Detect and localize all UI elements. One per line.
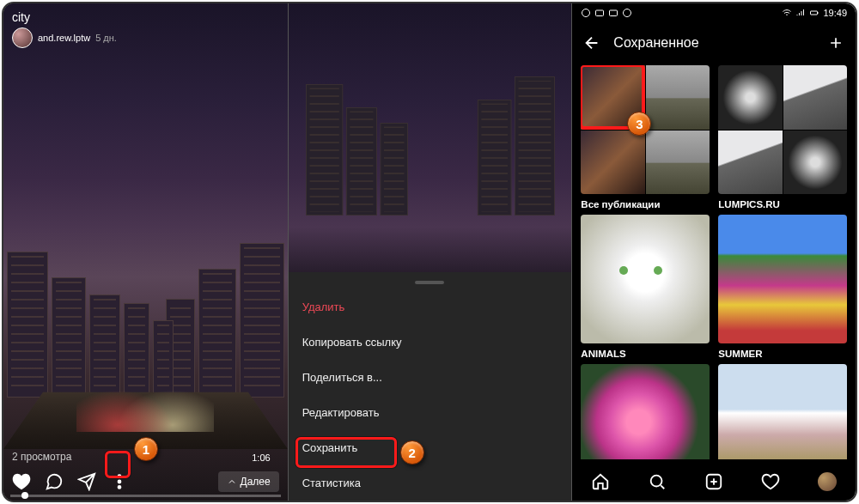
tab-search-icon[interactable] <box>648 472 667 491</box>
car-lights <box>76 363 214 432</box>
panel-igtv-post: city and.rew.lptw 5 дн. 2 просмотра 1:06… <box>3 3 288 501</box>
svg-point-1 <box>119 481 121 483</box>
status-icon-tv <box>594 8 605 18</box>
add-collection-icon[interactable] <box>826 33 845 52</box>
collection-label-all: Все публикации <box>581 199 710 209</box>
highlight-box-save <box>295 437 397 468</box>
tab-activity-icon[interactable] <box>761 472 780 491</box>
menu-copy-link[interactable]: Копировать ссылку <box>289 325 572 360</box>
author-username: and.rew.lptw <box>38 33 90 43</box>
status-time: 19:49 <box>823 8 847 18</box>
saved-header: Сохраненное <box>572 24 856 62</box>
svg-point-8 <box>651 476 662 487</box>
next-label: Далее <box>241 476 271 488</box>
collections-grid: 3 Все публикации LUMPICS.RU <box>581 65 847 459</box>
post-age: 5 дн. <box>95 33 117 43</box>
sheet-handle[interactable] <box>415 281 444 284</box>
tab-profile-avatar[interactable] <box>818 472 837 491</box>
svg-point-6 <box>624 9 631 17</box>
callout-2: 2 <box>400 440 424 465</box>
post-title: city <box>12 10 30 24</box>
menu-stats[interactable]: Статистика <box>289 465 572 501</box>
thumb-grey-b <box>646 131 710 195</box>
bottom-tab-bar <box>572 463 856 501</box>
collection-lumpics[interactable]: LUMPICS.RU <box>718 65 847 209</box>
svg-point-2 <box>119 486 121 489</box>
video-timecode: 1:06 <box>252 452 270 463</box>
status-icon-circle <box>581 8 591 18</box>
collection-all-posts[interactable]: 3 Все публикации <box>581 65 710 209</box>
thumb-tower-b <box>718 131 783 195</box>
panel-action-sheet: Удалить Копировать ссылку Поделиться в..… <box>288 3 572 501</box>
thumb-bw <box>718 65 783 130</box>
thumb-grey <box>646 65 710 130</box>
collection-summer[interactable]: SUMMER <box>718 215 847 359</box>
back-icon[interactable] <box>582 33 601 52</box>
menu-delete[interactable]: Удалить <box>289 289 572 325</box>
svg-rect-4 <box>596 10 604 16</box>
saved-title: Сохраненное <box>613 35 814 51</box>
video-progress-track[interactable] <box>10 495 281 497</box>
signal-icon <box>795 8 806 18</box>
highlight-box-more <box>105 451 131 478</box>
post-author-row[interactable]: and.rew.lptw 5 дн. <box>12 27 117 48</box>
share-icon[interactable] <box>77 472 96 491</box>
thumb-aerial <box>783 131 847 195</box>
collection-label-lumpics: LUMPICS.RU <box>718 199 847 209</box>
next-button[interactable]: Далее <box>218 471 279 492</box>
svg-rect-5 <box>610 10 618 16</box>
collection-extra-1[interactable] <box>581 364 710 459</box>
comment-icon[interactable] <box>45 472 64 491</box>
city-buildings-dim <box>302 30 557 216</box>
panel-saved-collections: 19:49 Сохраненное <box>571 3 856 501</box>
collection-label-animals: ANIMALS <box>581 349 710 359</box>
video-progress-thumb[interactable] <box>21 492 28 499</box>
callout-1: 1 <box>134 437 158 461</box>
svg-rect-7 <box>811 11 818 15</box>
tab-create-icon[interactable] <box>704 472 723 491</box>
wifi-icon <box>782 8 792 18</box>
collection-animals[interactable]: ANIMALS <box>581 215 710 359</box>
tab-home-icon[interactable] <box>591 472 610 491</box>
collection-label-summer: SUMMER <box>718 349 847 359</box>
status-bar: 19:49 <box>572 3 856 22</box>
status-icon-tv2 <box>608 8 618 18</box>
menu-share[interactable]: Поделиться в... <box>289 360 572 395</box>
collection-extra-2[interactable] <box>718 364 847 459</box>
thumb-city-b <box>581 131 645 195</box>
thumb-tower <box>783 65 847 130</box>
svg-point-3 <box>582 9 590 17</box>
menu-edit[interactable]: Редактировать <box>289 395 572 430</box>
battery-icon <box>809 8 819 18</box>
author-avatar[interactable] <box>12 27 33 48</box>
status-icon-shazam <box>622 8 632 18</box>
like-icon[interactable] <box>12 472 31 491</box>
